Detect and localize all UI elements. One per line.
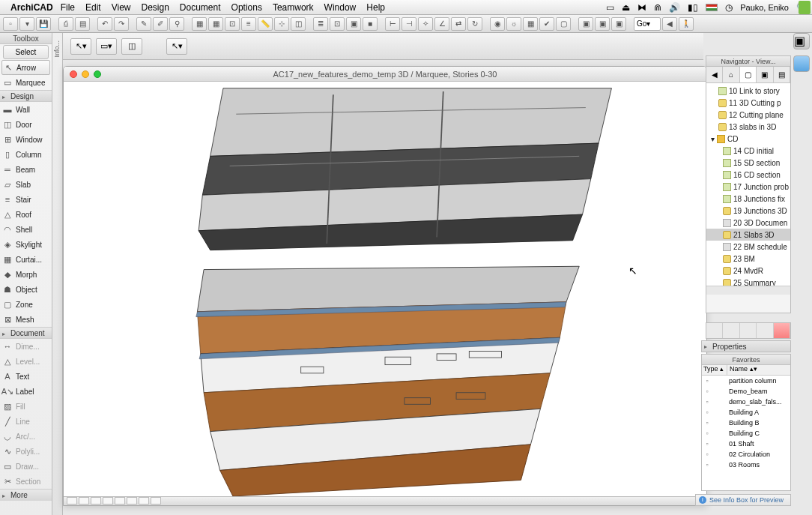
app-name[interactable]: ArchiCAD — [10, 2, 53, 13]
tool-arc[interactable]: ◡Arc/... — [0, 429, 52, 444]
tool-fill[interactable]: ▨Fill — [0, 399, 52, 414]
save-button[interactable]: 💾 — [36, 17, 51, 31]
align-button[interactable]: ⊢ — [385, 17, 400, 31]
menu-view[interactable]: View — [112, 2, 131, 13]
pan-button[interactable] — [103, 497, 113, 505]
tool-slab[interactable]: ▱Slab — [0, 177, 52, 192]
view-mode2-button[interactable]: ▣ — [595, 17, 610, 31]
edit-button[interactable]: ✧ — [418, 17, 433, 31]
nav-item-13-slabs-in-3d[interactable]: 13 slabs in 3D — [706, 121, 790, 133]
go-dropdown[interactable]: Go ▾ — [634, 17, 661, 31]
nav-item-11-3d-cutting-p[interactable]: 11 3D Cutting p — [706, 97, 790, 109]
arrow-mode-2[interactable]: ▭▾ — [96, 38, 117, 55]
tool-line[interactable]: ╱Line — [0, 414, 52, 429]
favorite-partition-column[interactable]: ▫partition column — [702, 376, 790, 386]
nav-item-18-junctions-fix[interactable]: 18 Junctions fix — [706, 193, 790, 205]
nav-item-10-link-to-story[interactable]: 10 Link to story — [706, 85, 790, 97]
project-button[interactable]: ▣ — [346, 17, 361, 31]
tool-window[interactable]: ⊞Window — [0, 132, 52, 147]
zoom-window-button[interactable] — [94, 70, 101, 78]
scale-button[interactable]: ⊡ — [330, 17, 345, 31]
plot-button[interactable]: ▤ — [75, 17, 90, 31]
sun-button[interactable]: ☼ — [506, 17, 521, 31]
eyedropper-button[interactable]: ✎ — [136, 17, 151, 31]
window-titlebar[interactable]: AC17_new_features_demo_temp 3D / Marquee… — [64, 67, 706, 82]
nav-tab-publish[interactable]: ▤ — [774, 67, 790, 82]
minimize-window-button[interactable] — [82, 70, 89, 78]
ruler-button[interactable]: ≡ — [241, 17, 256, 31]
menu-edit[interactable]: Edit — [85, 2, 101, 13]
arrow-tool[interactable]: ↖Arrow — [1, 60, 50, 75]
arrow-mode-1[interactable]: ↖▾ — [70, 38, 91, 55]
nav-tab-project[interactable]: ⌂ — [723, 67, 739, 82]
back-button[interactable]: ◀ — [662, 17, 677, 31]
nav-item-cd[interactable]: ▾ CD — [706, 133, 790, 145]
tool-label[interactable]: A↘Label — [0, 384, 52, 399]
tool-stair[interactable]: ≡Stair — [0, 192, 52, 207]
measure-button[interactable]: 📏 — [258, 17, 273, 31]
tool-skylight[interactable]: ◈Skylight — [0, 237, 52, 252]
clock-icon[interactable]: ◷ — [725, 2, 733, 13]
video-record-button[interactable]: ▣ — [793, 33, 810, 49]
favorite-building-b[interactable]: ▫Building B — [702, 418, 790, 428]
favorite-01-shaft[interactable]: ▫01 Shaft — [702, 439, 790, 449]
zoom-extent-button[interactable] — [67, 497, 77, 505]
favorite-demo_beam[interactable]: ▫Demo_beam — [702, 386, 790, 397]
camera-button[interactable]: ◉ — [490, 17, 505, 31]
design-group-header[interactable]: Design — [0, 90, 52, 102]
airplay-icon[interactable]: ▭ — [606, 2, 614, 13]
orbit-button[interactable] — [115, 497, 125, 505]
nav-item-17-junction-prob[interactable]: 17 Junction prob — [706, 181, 790, 193]
check-button[interactable]: ✔ — [539, 17, 554, 31]
nav-tab-view[interactable]: ▢ — [740, 67, 757, 82]
favorite-building-a[interactable]: ▫Building A — [702, 407, 790, 418]
tool-draw[interactable]: ▭Draw... — [0, 459, 52, 474]
grid-button[interactable]: ▦ — [208, 17, 223, 31]
find-button[interactable]: ⚲ — [169, 17, 184, 31]
nav-btn-4[interactable] — [757, 323, 773, 338]
navigator-tree[interactable]: 10 Link to story11 3D Cutting p12 Cuttin… — [706, 83, 790, 286]
tool-polyli[interactable]: ∿Polyli... — [0, 444, 52, 459]
tool-morph[interactable]: ◆Morph — [0, 267, 52, 282]
tool-wall[interactable]: ▬Wall — [0, 102, 52, 117]
favorite-03-rooms[interactable]: ▫03 Rooms — [702, 460, 790, 470]
menu-document[interactable]: Document — [180, 2, 221, 13]
info-preview-bar[interactable]: i See Info Box for Preview — [695, 494, 791, 506]
angle-button[interactable]: ∠ — [434, 17, 449, 31]
screen-share-button[interactable] — [793, 55, 810, 72]
render-button[interactable]: ▦ — [523, 17, 538, 31]
suspend-groups-button[interactable]: ▦ — [192, 17, 207, 31]
volume-icon[interactable]: 🔊 — [669, 2, 680, 13]
trace-button[interactable]: ◫ — [291, 17, 306, 31]
tool-roof[interactable]: △Roof — [0, 207, 52, 222]
zoom-out-button[interactable] — [91, 497, 101, 505]
eject-icon[interactable]: ⏏ — [622, 2, 630, 13]
document-group-header[interactable]: Document — [0, 327, 52, 339]
menu-design[interactable]: Design — [142, 2, 169, 13]
nav-btn-3[interactable] — [740, 323, 757, 338]
marquee-tool[interactable]: ▭Marquee — [0, 75, 52, 90]
tool-beam[interactable]: ═Beam — [0, 162, 52, 177]
persp-button[interactable]: ▢ — [556, 17, 571, 31]
tool-door[interactable]: ◫Door — [0, 117, 52, 132]
favorite-02-circulation[interactable]: ▫02 Circulation — [702, 449, 790, 460]
print-button[interactable]: ⎙ — [58, 17, 73, 31]
favorites-col-type[interactable]: Type ▴ — [702, 365, 727, 375]
nav-item-21-slabs-3d[interactable]: 21 Slabs 3D — [706, 229, 790, 241]
distribute-button[interactable]: ⊣ — [402, 17, 416, 31]
nav-item-16-cd-section[interactable]: 16 CD section — [706, 169, 790, 181]
nav-item-22-bm-schedule[interactable]: 22 BM schedule — [706, 241, 790, 253]
tool-zone[interactable]: ▢Zone — [0, 297, 52, 312]
3d-viewport[interactable] — [64, 82, 706, 496]
view-mode-button[interactable]: ▣ — [578, 17, 593, 31]
tool-section[interactable]: ✂Section — [0, 474, 52, 489]
tool-column[interactable]: ▯Column — [0, 147, 52, 162]
nav-item-14-cd-initial[interactable]: 14 CD initial — [706, 145, 790, 157]
undo-button[interactable]: ↶ — [97, 17, 112, 31]
tool-text[interactable]: AText — [0, 369, 52, 384]
redo-button[interactable]: ↷ — [114, 17, 129, 31]
nav-item-23-bm[interactable]: 23 BM — [706, 253, 790, 265]
nav-btn-1[interactable] — [706, 323, 723, 338]
menu-file[interactable]: File — [61, 2, 75, 13]
tool-dime[interactable]: ↔Dime... — [0, 339, 52, 354]
